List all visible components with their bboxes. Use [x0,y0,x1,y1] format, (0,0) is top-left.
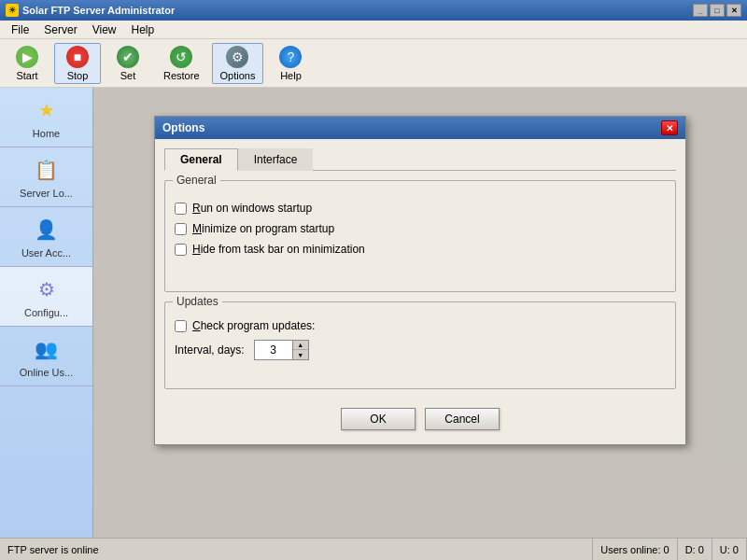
toolbar-help-btn[interactable]: ? Help [267,43,314,84]
close-btn[interactable]: ✕ [726,4,741,17]
sidebar-useracc-label: User Acc... [21,247,71,259]
toolbar-stop-label: Stop [67,70,89,81]
sidebar-item-configure[interactable]: ⚙ Configu... [0,267,92,327]
toolbar-restore-btn[interactable]: ↺ Restore [155,43,208,84]
toolbar-start-label: Start [16,70,37,81]
hide-taskbar-row: Hide from task bar on minimization [175,243,666,256]
dialog-close-btn[interactable]: ✕ [661,120,678,135]
updates-group-legend: Updates [173,295,222,308]
menu-bar: File Server View Help [0,21,747,39]
interval-label: Interval, days: [175,343,245,357]
spinner-up-btn[interactable]: ▲ [293,341,308,350]
tab-interface[interactable]: Interface [238,148,314,171]
spinner-down-btn[interactable]: ▼ [293,350,308,359]
configure-icon: ⚙ [32,274,62,304]
dialog-content: General Interface General Run on windows… [155,139,685,444]
sidebar-onlineusers-label: Online Us... [20,367,73,378]
toolbar-set-btn[interactable]: ✔ Set [105,43,151,84]
toolbar-set-label: Set [120,70,136,81]
interval-row: Interval, days: ▲ ▼ [175,340,666,360]
dialog-title-bar: Options ✕ [155,117,685,139]
dialog-buttons: OK Cancel [164,399,676,435]
sidebar: ★ Home 📋 Server Lo... 👤 User Acc... ⚙ Co… [0,88,93,538]
general-group-box: General Run on windows startup Minimize … [164,180,676,292]
maximize-btn[interactable]: □ [710,4,725,17]
main-area: ★ Home 📋 Server Lo... 👤 User Acc... ⚙ Co… [0,88,747,538]
stop-icon: ■ [66,46,89,68]
server-status-segment: FTP server is online [0,539,593,560]
interval-input[interactable] [255,341,292,359]
dialog-title: Options [162,121,204,134]
sidebar-item-home[interactable]: ★ Home [0,88,92,147]
updates-group-box: Updates Check program updates: Interval,… [164,301,676,389]
restore-icon: ↺ [170,46,192,68]
check-updates-checkbox[interactable] [175,320,187,332]
home-icon: ★ [32,95,62,125]
sidebar-item-user-accounts[interactable]: 👤 User Acc... [0,207,92,267]
run-startup-row: Run on windows startup [175,202,666,215]
d-value-segment: D: 0 [678,539,712,560]
ok-button[interactable]: OK [341,408,416,430]
toolbar: ▶ Start ■ Stop ✔ Set ↺ Restore ⚙ Options… [0,39,747,88]
content-area: Options ✕ General Interface General [93,88,747,538]
toolbar-help-label: Help [280,70,302,81]
options-dialog: Options ✕ General Interface General [154,116,686,445]
general-group-legend: General [173,174,220,187]
set-icon: ✔ [117,46,139,68]
toolbar-start-btn[interactable]: ▶ Start [4,43,50,84]
toolbar-options-btn[interactable]: ⚙ Options [212,43,264,84]
help-icon: ? [279,46,302,68]
run-startup-label[interactable]: Run on windows startup [192,202,312,215]
minimize-startup-checkbox[interactable] [175,223,187,235]
d-value-text: D: 0 [685,544,704,555]
sidebar-home-label: Home [33,128,60,139]
title-bar-controls: _ □ ✕ [693,4,741,17]
u-value-segment: U: 0 [712,539,747,560]
title-bar: ☀ Solar FTP Server Administrator _ □ ✕ [0,0,747,21]
hide-taskbar-checkbox[interactable] [175,244,187,256]
interval-spinner: ▲ ▼ [254,340,309,360]
sidebar-serverlog-label: Server Lo... [20,188,73,199]
tab-general[interactable]: General [164,148,238,171]
start-icon: ▶ [16,46,38,68]
toolbar-restore-label: Restore [163,70,200,81]
spinner-buttons: ▲ ▼ [292,341,308,359]
cancel-button[interactable]: Cancel [425,408,500,430]
menu-view[interactable]: View [85,22,124,37]
server-log-icon: 📋 [32,155,62,185]
options-icon: ⚙ [226,46,248,68]
minimize-startup-label[interactable]: Minimize on program startup [192,222,334,235]
minimize-btn[interactable]: _ [693,4,708,17]
hide-taskbar-label[interactable]: Hide from task bar on minimization [192,243,365,256]
u-value-text: U: 0 [720,544,739,555]
app-icon: ☀ [6,4,19,17]
status-bar: FTP server is online Users online: 0 D: … [0,538,747,560]
menu-help[interactable]: Help [123,22,162,37]
sidebar-item-server-log[interactable]: 📋 Server Lo... [0,147,92,207]
user-accounts-icon: 👤 [32,215,62,245]
check-updates-label[interactable]: Check program updates: [192,319,315,332]
tab-bar: General Interface [164,148,676,171]
minimize-startup-row: Minimize on program startup [175,222,666,235]
menu-file[interactable]: File [4,22,36,37]
check-updates-row: Check program updates: [175,319,666,332]
users-online-segment: Users online: 0 [593,539,677,560]
run-startup-checkbox[interactable] [175,203,187,215]
toolbar-stop-btn[interactable]: ■ Stop [54,43,101,84]
sidebar-item-online-users[interactable]: 👥 Online Us... [0,327,92,386]
users-online-text: Users online: 0 [600,544,669,555]
menu-server[interactable]: Server [36,22,84,37]
app-title: Solar FTP Server Administrator [22,5,175,16]
sidebar-config-label: Configu... [24,307,68,318]
server-status-text: FTP server is online [7,544,99,555]
dialog-overlay: Options ✕ General Interface General [93,88,747,538]
online-users-icon: 👥 [32,334,62,364]
toolbar-options-label: Options [220,70,256,81]
